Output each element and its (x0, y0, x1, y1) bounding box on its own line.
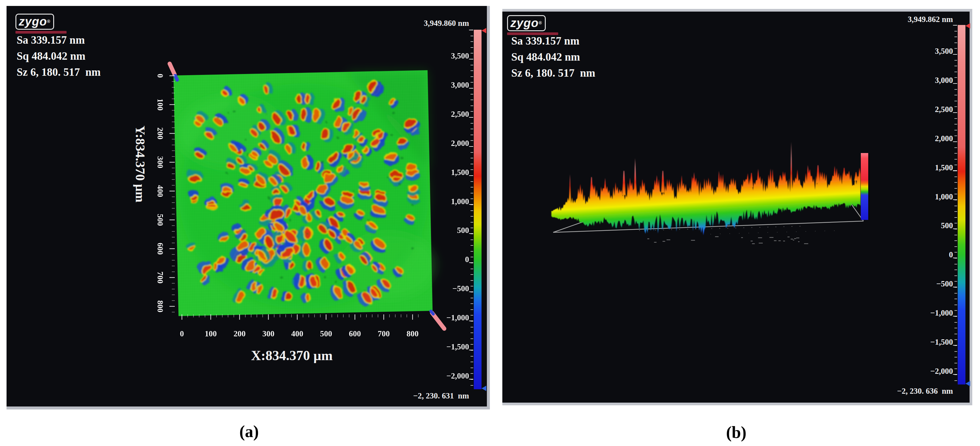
panel-a-topview: 0100200300400500600700800010020030040050… (6, 6, 490, 409)
colorbar-tick-label: 500 (457, 226, 469, 235)
roughness-stats-a: Sa 339.157 nmSq 484.042 nmSz 6, 180. 517… (17, 32, 101, 80)
y-tick-label: 0 (156, 74, 165, 78)
x-tick-label: 300 (262, 329, 275, 338)
figure-page: 0100200300400500600700800010020030040050… (0, 0, 980, 446)
zygo-logo-text: zygo® (16, 14, 54, 30)
y-axis-title: Y:834.370 µm (133, 126, 148, 202)
stat-line: Sa 339.157 nm (511, 33, 595, 49)
zygo-logo-text: zygo® (507, 15, 546, 31)
colorbar-min-label: −2, 230. 636 nm (897, 387, 953, 396)
stat-line: Sz 6, 180. 517 nm (17, 64, 101, 80)
min-indicator-icon (966, 381, 970, 386)
colorbar-tick-label: 1,500 (935, 163, 953, 172)
stat-line: Sa 339.157 nm (17, 32, 101, 48)
x-tick-label: 100 (205, 329, 217, 338)
colorbar-tick-label: −2,000 (931, 367, 953, 376)
colorbar-tick-label: −500 (936, 279, 953, 289)
colorbar-min-label: −2, 230. 631 nm (413, 391, 469, 400)
x-tick-label: 700 (378, 329, 390, 338)
colorbar-tick-label: 2,000 (451, 138, 469, 148)
stat-line: Sq 484.042 nm (17, 48, 101, 64)
colorbar-tick-label: −2,000 (447, 371, 469, 380)
registered-mark: ® (539, 21, 542, 25)
colorbar-gradient-strip (474, 30, 482, 389)
y-tick-label: 800 (156, 300, 165, 313)
x-tick-label: 200 (234, 329, 246, 338)
colorbar-tick-label: 1,000 (935, 192, 953, 201)
stat-line: Sq 484.042 nm (511, 49, 595, 65)
colorbar-tick-label: −500 (452, 284, 469, 293)
x-tick-label: 600 (349, 329, 361, 338)
zygo-logo: zygo® (16, 14, 67, 33)
colorbar-max-label: 3,949.862 nm (908, 15, 953, 24)
x-tick-label: 500 (320, 329, 332, 338)
colorbar-major-ticks (953, 25, 957, 384)
min-indicator-icon (482, 386, 486, 391)
y-tick-label: 300 (156, 156, 165, 168)
y-tick-label: 400 (156, 185, 165, 197)
registered-mark: ® (47, 19, 50, 24)
y-tick-label: 100 (156, 98, 165, 111)
y-tick-label: 200 (156, 127, 165, 140)
colorbar-tick-label: 1,000 (451, 197, 469, 206)
colorbar-tick-label: −1,000 (931, 308, 953, 317)
x-tick-label: 0 (180, 329, 184, 338)
x-tick-label: 400 (291, 329, 304, 338)
colorbar-tick-label: 3,000 (451, 80, 469, 89)
max-indicator-icon (966, 23, 970, 29)
colorbar-tick-label: 2,000 (935, 134, 953, 143)
panel-b-3dview: zygo® Sa 339.157 nmSq 484.042 nmSz 6, 18… (502, 9, 972, 405)
x-tick-label: 800 (407, 329, 419, 338)
colorbar-tick-label: 500 (941, 221, 953, 230)
colorbar-tick-label: −1,500 (447, 342, 469, 351)
colorbar-tick-label: 2,500 (451, 110, 469, 119)
y-tick-label: 700 (156, 271, 165, 284)
caption-a: (a) (239, 422, 259, 441)
x-axis-title: X:834.370 µm (251, 348, 332, 363)
colorbar-tick-label: 3,500 (935, 47, 953, 56)
caption-b: (b) (726, 423, 746, 442)
max-indicator-icon (482, 28, 486, 33)
colorbar-tick-label: 3,500 (451, 51, 469, 60)
colorbar-tick-label: 3,000 (935, 75, 953, 85)
colorbar-gradient-strip (958, 25, 966, 384)
colorbar-tick-label: 0 (949, 250, 953, 259)
y-tick-label: 600 (156, 243, 165, 255)
colorbar-tick-label: 0 (465, 255, 469, 264)
colorbar-major-ticks (469, 30, 473, 389)
y-tick-label: 500 (156, 214, 165, 226)
colorbar-max-label: 3,949.860 nm (424, 19, 469, 28)
roughness-stats-b: Sa 339.157 nmSq 484.042 nmSz 6, 180. 517… (511, 33, 595, 81)
colorbar-tick-label: 1,500 (451, 168, 469, 177)
zygo-logo: zygo® (507, 15, 558, 35)
colorbar-tick-label: −1,500 (931, 337, 953, 346)
stat-line: Sz 6, 180. 517 nm (511, 65, 595, 81)
colorbar-tick-label: −1,000 (447, 313, 469, 322)
colorbar-tick-label: 2,500 (935, 105, 953, 114)
